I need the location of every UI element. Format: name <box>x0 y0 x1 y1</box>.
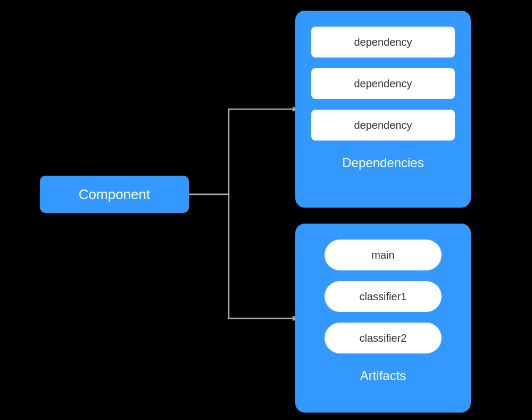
canvas: Component dependency dependency dependen… <box>0 0 532 420</box>
artifact-item-3: classifier2 <box>325 323 442 353</box>
dependency-item-1: dependency <box>311 27 455 57</box>
dependency-label-3: dependency <box>354 119 412 131</box>
artifacts-group-label: Artifacts <box>360 368 406 383</box>
dependency-label-1: dependency <box>354 36 412 48</box>
artifact-label-3: classifier2 <box>360 332 407 344</box>
dependencies-box: dependency dependency dependency Depende… <box>295 11 471 208</box>
dependencies-group-label: Dependencies <box>342 155 423 170</box>
artifact-item-2: classifier1 <box>325 281 442 312</box>
dependency-item-2: dependency <box>311 68 455 99</box>
artifact-label-2: classifier1 <box>360 291 407 303</box>
artifact-item-1: main <box>325 240 442 270</box>
dependency-label-2: dependency <box>354 78 412 90</box>
component-label: Component <box>79 186 150 203</box>
artifact-label-1: main <box>371 249 394 261</box>
dependency-item-3: dependency <box>311 110 455 141</box>
component-box: Component <box>40 176 189 213</box>
artifacts-box: main classifier1 classifier2 Artifacts <box>295 224 471 413</box>
